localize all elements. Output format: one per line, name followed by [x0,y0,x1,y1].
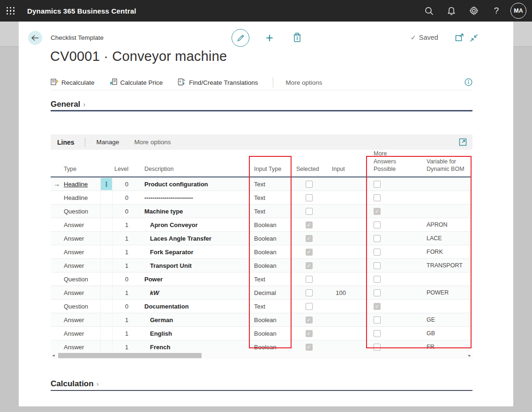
cell-type[interactable]: Question [63,205,100,218]
cell-variable[interactable]: FORK [413,245,472,258]
settings-gear-icon[interactable] [463,0,485,22]
cell-description[interactable]: Transport Unit [131,259,249,272]
cell-description[interactable]: German [131,313,249,326]
cell-variable[interactable] [413,177,472,191]
selected-checkbox[interactable] [306,289,313,296]
cell-input[interactable] [325,245,352,258]
help-icon[interactable]: ? [485,0,508,22]
cell-description[interactable]: English [131,327,249,340]
cell-description[interactable]: Machine type [131,205,249,218]
table-row[interactable]: → Question ⋮ 0 Documentation Text [51,300,472,313]
cell-type[interactable]: Answer [63,232,100,245]
cell-input-type[interactable]: Text [249,300,292,313]
cell-level[interactable]: 1 [112,218,131,231]
cell-variable[interactable]: TRANSPORT [413,259,472,272]
cell-input[interactable] [325,191,352,204]
table-row[interactable]: → Answer ⋮ 1 Laces Angle Transfer Boolea… [51,232,472,245]
more-answers-checkbox[interactable] [374,276,381,283]
cell-input-type[interactable]: Text [249,205,292,218]
cell-level[interactable]: 1 [112,245,131,258]
cell-description[interactable]: kW [131,286,249,299]
selected-checkbox[interactable] [306,303,313,310]
focus-mode-icon[interactable] [459,138,467,148]
more-answers-checkbox[interactable] [374,262,381,269]
cell-variable[interactable] [413,272,472,286]
section-general[interactable]: General› [51,100,85,109]
cell-input-type[interactable]: Boolean [249,232,292,245]
more-answers-checkbox[interactable] [374,221,381,228]
cell-variable[interactable] [413,191,472,204]
cell-type[interactable]: Answer [63,327,100,340]
table-row[interactable]: → Headline ⋮ 0 ------------------------ … [51,191,472,205]
table-row[interactable]: → Answer ⋮ 1 kW Decimal 100 POWER [51,286,472,300]
cell-level[interactable]: 0 [112,272,131,286]
cell-input-type[interactable]: Boolean [249,313,292,326]
cell-type[interactable]: Headline [63,177,100,191]
cell-level[interactable]: 1 [112,286,131,299]
more-answers-checkbox[interactable] [374,235,381,242]
more-answers-checkbox[interactable] [374,330,381,337]
cell-input[interactable] [325,205,352,218]
table-row[interactable]: → Answer ⋮ 1 German Boolean GE [51,313,472,327]
selected-checkbox[interactable] [306,221,313,228]
more-answers-checkbox[interactable] [374,303,381,310]
cell-variable[interactable] [413,300,472,313]
user-avatar[interactable]: MA [510,3,526,19]
cell-input[interactable] [325,313,352,326]
cell-level[interactable]: 0 [112,177,131,191]
cell-input-type[interactable]: Boolean [249,327,292,340]
selected-checkbox[interactable] [306,262,313,269]
more-answers-checkbox[interactable] [374,316,381,324]
cell-description[interactable]: Fork Separator [131,245,249,258]
lines-panel-title[interactable]: Lines [57,139,75,146]
cell-description[interactable]: ------------------------ [131,191,249,204]
cell-input-type[interactable]: Decimal [249,286,292,299]
cell-variable[interactable]: LACE [413,232,472,245]
more-answers-checkbox[interactable] [374,289,381,296]
edit-pencil-button[interactable] [232,29,249,47]
table-row[interactable]: → Headline ⋮ 0 Product configuration Tex… [51,177,472,191]
search-icon[interactable] [418,0,440,22]
cell-input[interactable] [325,177,352,191]
selected-checkbox[interactable] [306,208,313,215]
cell-level[interactable]: 1 [112,259,131,272]
selected-checkbox[interactable] [306,249,313,256]
lines-manage-button[interactable]: Manage [97,139,120,146]
cell-input[interactable] [325,259,352,272]
cell-description[interactable]: Documentation [131,300,249,313]
more-answers-checkbox[interactable] [374,249,381,256]
header-variable[interactable]: Variable for Dynamic BOM [413,158,472,177]
cell-description[interactable]: Apron Conveyor [131,218,249,231]
cell-type[interactable]: Answer [63,313,100,326]
cell-type[interactable]: Answer [63,286,100,299]
table-row[interactable]: → Question ⋮ 0 Power Text [51,272,472,286]
find-create-translations-button[interactable]: a Find/Create Translations [178,78,258,87]
app-launcher-icon[interactable] [0,0,22,22]
cell-level[interactable]: 0 [112,205,131,218]
cell-input[interactable] [325,232,352,245]
more-answers-checkbox[interactable] [374,208,381,215]
cell-type[interactable]: Answer [63,245,100,258]
table-row[interactable]: → Answer ⋮ 1 Fork Separator Boolean FORK [51,245,472,259]
selected-checkbox[interactable] [306,316,313,324]
cell-input-type[interactable]: Boolean [249,218,292,231]
calculate-price-button[interactable]: Calculate Price [110,78,163,87]
table-row[interactable]: → Answer ⋮ 1 Apron Conveyor Boolean APRO… [51,218,472,232]
cell-level[interactable]: 0 [112,300,131,313]
cell-level[interactable]: 0 [112,191,131,204]
cell-input[interactable] [325,218,352,231]
cell-description[interactable]: Power [131,272,249,286]
table-row[interactable]: → Question ⋮ 0 Machine type Text [51,205,472,218]
cell-variable[interactable]: APRON [413,218,472,231]
cell-type[interactable]: Question [63,272,100,286]
cell-level[interactable]: 1 [112,327,131,340]
cell-input-type[interactable]: Text [249,191,292,204]
cell-input-type[interactable]: Text [249,272,292,286]
cell-input[interactable]: 100 [325,286,352,299]
row-ellipsis-menu-icon[interactable]: ⋮ [101,178,112,190]
recalculate-button[interactable]: Recalculate [51,78,95,87]
header-type[interactable]: Type [63,165,100,177]
cell-input[interactable] [325,327,352,340]
selected-checkbox[interactable] [306,276,313,283]
cell-type[interactable]: Answer [63,259,100,272]
